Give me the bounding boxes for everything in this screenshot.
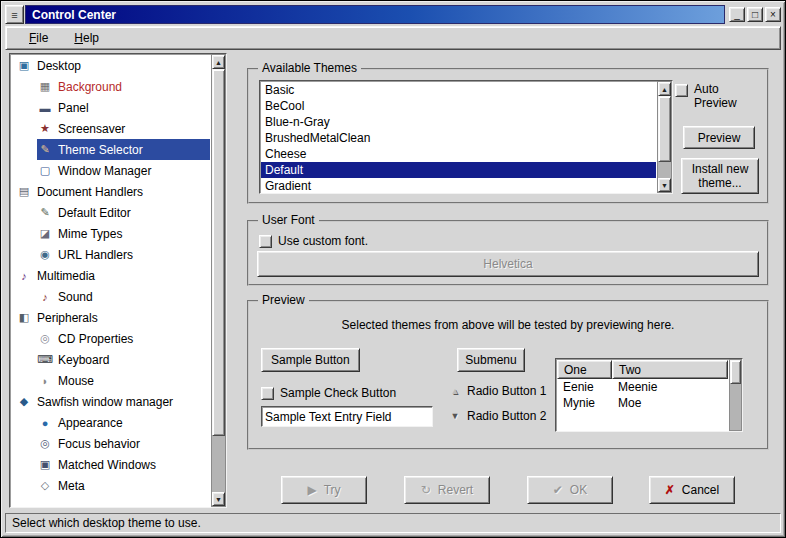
meta-icon: ◇ <box>37 479 53 492</box>
main-area: ▣Desktop▦Background▬Panel★Screensaver✎Th… <box>5 50 781 511</box>
focus-icon: ◎ <box>37 437 53 450</box>
theme-item-basic[interactable]: Basic <box>261 82 656 98</box>
radio-down-indicator-icon[interactable]: ▼ <box>449 411 461 421</box>
sidebar-item-background[interactable]: ▦Background <box>37 76 210 97</box>
sidebar-item-default-editor[interactable]: ✎Default Editor <box>37 202 210 223</box>
available-themes-frame: Available Themes BasicBeCoolBlue-n-GrayB… <box>247 68 769 204</box>
status-text: Select which desktop theme to use. <box>12 516 201 530</box>
radio-button-2-row[interactable]: ▼ Radio Button 2 <box>449 409 546 423</box>
theme-item-gradient[interactable]: Gradient <box>261 178 656 192</box>
sidebar-item-peripherals[interactable]: ◧Peripherals <box>16 307 210 328</box>
sidebar-item-label: Multimedia <box>37 269 95 283</box>
sample-checkbox[interactable] <box>261 387 274 400</box>
available-themes-label: Available Themes <box>258 61 361 75</box>
url-handlers-icon: ◉ <box>37 248 53 261</box>
sidebar-item-appearance[interactable]: ●Appearance <box>37 412 210 433</box>
minimize-button[interactable]: _ <box>729 7 745 22</box>
sidebar-item-mime-types[interactable]: ◪Mime Types <box>37 223 210 244</box>
cd-icon: ◎ <box>37 332 53 345</box>
control-center-window: ≡ Control Center _□× FileHelp ▣Desktop▦B… <box>0 0 786 538</box>
panel-icon: ▬ <box>37 102 53 114</box>
theme-item-cheese[interactable]: Cheese <box>261 146 656 162</box>
theme-item-blue-n-gray[interactable]: Blue-n-Gray <box>261 114 656 130</box>
sidebar-item-panel[interactable]: ▬Panel <box>37 97 210 118</box>
sidebar-item-focus-behavior[interactable]: ◎Focus behavior <box>37 433 210 454</box>
scroll-up-icon[interactable]: ▲ <box>212 55 225 69</box>
sidebar-item-window-manager[interactable]: ▢Window Manager <box>37 160 210 181</box>
menu-help[interactable]: Help <box>65 28 108 48</box>
scrollbar-thumb[interactable] <box>212 69 225 436</box>
theme-item-default[interactable]: Default <box>261 162 656 178</box>
user-font-frame: User Font Use custom font. Helvetica <box>247 220 769 286</box>
scroll-up-icon[interactable]: ▲ <box>658 82 671 96</box>
sidebar-item-label: Peripherals <box>37 311 98 325</box>
sidebar-item-meta[interactable]: ◇Meta <box>37 475 210 496</box>
radio-up-indicator-icon[interactable]: ▲ <box>449 386 461 396</box>
sidebar-item-sound[interactable]: ♪Sound <box>37 286 210 307</box>
table-header-one[interactable]: One <box>557 360 612 379</box>
titlebar-gradient[interactable]: Control Center <box>25 5 725 24</box>
auto-preview-checkbox[interactable] <box>675 84 688 97</box>
table-row[interactable]: MynieMoe <box>557 395 728 411</box>
sidebar-item-mouse[interactable]: ◗Mouse <box>37 370 210 391</box>
sidebar-item-label: Default Editor <box>58 206 131 220</box>
user-font-label: User Font <box>258 213 319 227</box>
cancel-icon: ✗ <box>665 483 675 497</box>
auto-preview-checkbox-row[interactable]: Auto Preview <box>675 82 761 110</box>
scrollbar-thumb[interactable] <box>658 96 671 162</box>
sidebar-item-theme-selector[interactable]: ✎Theme Selector <box>37 139 210 160</box>
table-row[interactable]: EenieMeenie <box>557 379 728 395</box>
sidebar-item-cd-properties[interactable]: ◎CD Properties <box>37 328 210 349</box>
sidebar-item-desktop[interactable]: ▣Desktop <box>16 55 210 76</box>
revert-icon: ↻ <box>421 483 431 497</box>
menu-file[interactable]: File <box>20 28 57 48</box>
sidebar-item-label: Mime Types <box>58 227 122 241</box>
sidebar-scrollbar[interactable]: ▲ ▼ <box>211 54 226 507</box>
table-scrollbar[interactable] <box>729 359 742 431</box>
action-button-label: Cancel <box>682 483 719 497</box>
use-custom-font-row[interactable]: Use custom font. <box>259 234 368 248</box>
radio-button-1-label: Radio Button 1 <box>467 384 546 398</box>
theme-item-brushedmetalclean[interactable]: BrushedMetalClean <box>261 130 656 146</box>
action-button-label: Revert <box>438 483 473 497</box>
keyboard-icon: ⌨ <box>37 353 53 366</box>
window-menu-icon[interactable]: ≡ <box>5 5 24 24</box>
table-header-two[interactable]: Two <box>612 360 728 379</box>
sample-text-entry[interactable] <box>261 406 433 427</box>
sidebar-item-label: URL Handlers <box>58 248 133 262</box>
cancel-button[interactable]: ✗Cancel <box>649 476 735 504</box>
themes-scrollbar[interactable]: ▲ ▼ <box>657 81 672 193</box>
sidebar-item-sawfish-window-manager[interactable]: ◆Sawfish window manager <box>16 391 210 412</box>
peripherals-icon: ◧ <box>16 311 32 324</box>
maximize-button[interactable]: □ <box>747 7 763 22</box>
sidebar-item-multimedia[interactable]: ♪Multimedia <box>16 265 210 286</box>
scroll-down-icon[interactable]: ▼ <box>658 178 671 192</box>
sidebar-item-keyboard[interactable]: ⌨Keyboard <box>37 349 210 370</box>
sidebar-item-label: Document Handlers <box>37 185 143 199</box>
use-custom-font-checkbox[interactable] <box>259 235 272 248</box>
sidebar-item-screensaver[interactable]: ★Screensaver <box>37 118 210 139</box>
table-cell: Moe <box>612 395 728 411</box>
close-button[interactable]: × <box>765 7 781 22</box>
install-new-theme-button[interactable]: Install new theme... <box>681 158 759 194</box>
sidebar-item-label: Matched Windows <box>58 458 156 472</box>
sample-button[interactable]: Sample Button <box>261 348 360 372</box>
sidebar-item-label: CD Properties <box>58 332 133 346</box>
sidebar-item-url-handlers[interactable]: ◉URL Handlers <box>37 244 210 265</box>
submenu-button[interactable]: Submenu <box>457 348 525 372</box>
themes-list-wrap: BasicBeCoolBlue-n-GrayBrushedMetalCleanC… <box>259 80 673 194</box>
sample-check-row[interactable]: Sample Check Button <box>261 386 396 400</box>
sidebar-item-document-handlers[interactable]: ▤Document Handlers <box>16 181 210 202</box>
scrollbar-thumb[interactable] <box>730 360 741 384</box>
sidebar-item-matched-windows[interactable]: ▣Matched Windows <box>37 454 210 475</box>
radio-button-1-row[interactable]: ▲ Radio Button 1 <box>449 384 546 398</box>
preview-button[interactable]: Preview <box>683 126 755 149</box>
theme-item-becool[interactable]: BeCool <box>261 98 656 114</box>
preview-label: Preview <box>258 293 309 307</box>
settings-panel: Available Themes BasicBeCoolBlue-n-GrayB… <box>237 50 779 511</box>
editor-icon: ✎ <box>37 206 53 219</box>
scroll-down-icon[interactable]: ▼ <box>212 492 225 506</box>
preview-note: Selected themes from above will be teste… <box>249 318 767 332</box>
sidebar-tree: ▣Desktop▦Background▬Panel★Screensaver✎Th… <box>11 55 210 506</box>
sidebar-item-label: Appearance <box>58 416 123 430</box>
